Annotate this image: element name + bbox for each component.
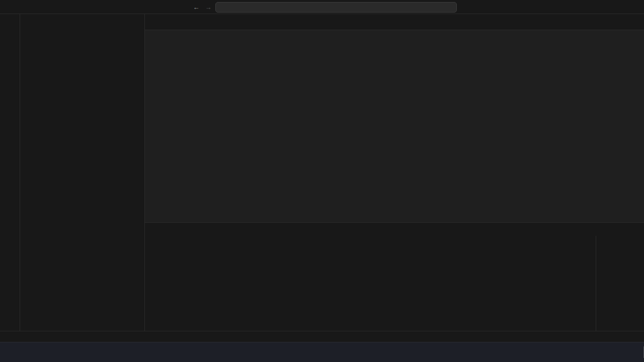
vscode-window: ← → <box>0 0 644 362</box>
system-tray <box>608 342 640 362</box>
explorer-header <box>20 14 144 27</box>
terminal-output[interactable] <box>145 236 596 331</box>
windows-taskbar <box>0 342 644 362</box>
back-arrow-icon[interactable]: ← <box>191 4 201 11</box>
vscode-logo-icon <box>5 3 13 11</box>
code-editor[interactable] <box>145 41 644 222</box>
forward-arrow-icon[interactable]: → <box>203 4 213 11</box>
explorer-more-icon[interactable] <box>129 16 139 26</box>
activity-bar <box>0 14 20 331</box>
project-header[interactable] <box>20 27 144 38</box>
weather-widget[interactable] <box>5 342 9 362</box>
explorer-sidebar <box>20 14 145 331</box>
panel-tab-bar <box>145 223 644 236</box>
command-center[interactable] <box>215 2 457 13</box>
breadcrumb <box>145 30 644 41</box>
editor-tab-bar <box>145 14 644 30</box>
mouse-cursor <box>59 138 67 146</box>
status-bar <box>0 331 644 342</box>
bottom-panel <box>145 222 644 331</box>
title-bar: ← → <box>0 0 644 14</box>
command-center-group: ← → <box>191 0 457 14</box>
terminal-list <box>596 236 644 331</box>
